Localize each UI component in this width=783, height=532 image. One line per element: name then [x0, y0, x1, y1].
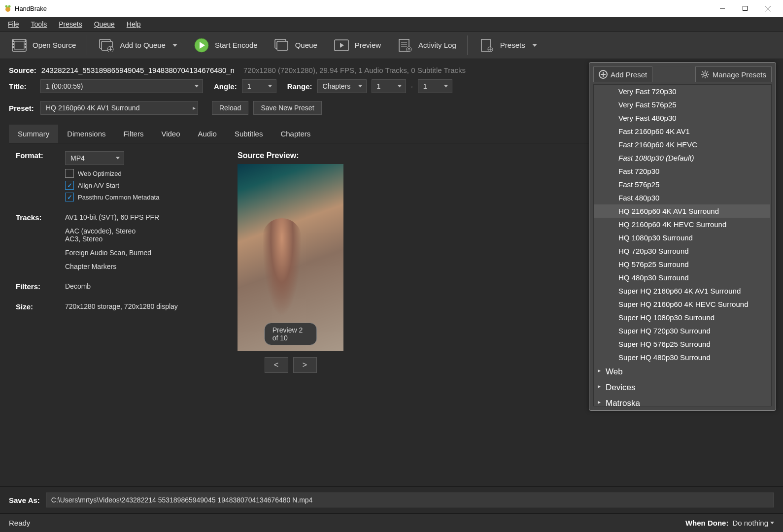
log-icon	[397, 37, 413, 54]
angle-select[interactable]: 1	[242, 79, 276, 93]
preset-item[interactable]: Fast 1080p30 (Default)	[594, 151, 770, 165]
tab-video[interactable]: Video	[152, 125, 189, 143]
close-button[interactable]	[756, 1, 779, 16]
track-line: Chapter Markers	[65, 263, 159, 270]
angle-label: Angle:	[214, 82, 237, 91]
preset-panel: Add Preset Manage Presets Very Fast 720p…	[589, 62, 776, 411]
preset-item[interactable]: Super HQ 576p25 Surround	[594, 337, 770, 351]
preset-item[interactable]: Super HQ 1080p30 Surround	[594, 311, 770, 324]
preset-item[interactable]: HQ 1080p30 Surround	[594, 231, 770, 244]
preset-item[interactable]: Fast 2160p60 4K HEVC	[594, 138, 770, 151]
size-label: Size:	[16, 302, 65, 311]
titlebar: HandBrake	[0, 0, 783, 17]
save-as-input[interactable]	[46, 493, 774, 507]
preset-item[interactable]: HQ 720p30 Surround	[594, 244, 770, 258]
menu-presets[interactable]: Presets	[54, 18, 87, 30]
preset-item[interactable]: HQ 2160p60 4K AV1 Surround	[594, 204, 770, 218]
tab-filters[interactable]: Filters	[115, 125, 153, 143]
start-encode-button[interactable]: Start Encode	[186, 35, 265, 56]
preset-item[interactable]: HQ 2160p60 4K HEVC Surround	[594, 218, 770, 231]
start-encode-label: Start Encode	[215, 41, 258, 49]
source-meta: 720x1280 (720x1280), 29.94 FPS, 1 Audio …	[243, 66, 466, 74]
reload-button[interactable]: Reload	[212, 101, 248, 115]
menu-file[interactable]: File	[3, 18, 24, 30]
minimize-button[interactable]	[711, 1, 734, 16]
preset-list[interactable]: Very Fast 720p30Very Fast 576p25Very Fas…	[593, 84, 772, 406]
tab-audio[interactable]: Audio	[189, 125, 226, 143]
open-source-button[interactable]: Open Source	[4, 35, 83, 56]
preset-item[interactable]: Very Fast 576p25	[594, 98, 770, 111]
web-optimized-check[interactable]: Web Optimized	[65, 169, 223, 178]
svg-rect-8	[14, 41, 24, 49]
preset-item[interactable]: HQ 480p30 Surround	[594, 271, 770, 284]
main-content: Source: 243282214_553189865949045_194838…	[0, 59, 783, 486]
preview-prev-button[interactable]: <	[265, 357, 288, 373]
tab-summary[interactable]: Summary	[9, 125, 58, 143]
preset-group[interactable]: Devices	[594, 380, 770, 396]
preset-group[interactable]: Matroska	[594, 396, 770, 406]
preset-item[interactable]: Fast 2160p60 4K AV1	[594, 125, 770, 138]
queue-button[interactable]: Queue	[267, 35, 324, 56]
preset-item[interactable]: Super HQ 720p30 Surround	[594, 324, 770, 337]
preset-item[interactable]: Super HQ 2160p60 4K AV1 Surround	[594, 284, 770, 298]
svg-point-1	[5, 5, 8, 8]
chevron-down-icon	[532, 44, 537, 47]
svg-rect-22	[277, 41, 288, 50]
statusbar: Ready When Done: Do nothing	[0, 513, 783, 532]
align-av-check[interactable]: ✓Align A/V Start	[65, 181, 223, 190]
preset-item[interactable]: Super HQ 480p30 Surround	[594, 351, 770, 364]
chevron-down-icon	[770, 522, 774, 524]
preview-badge: Preview 2 of 10	[264, 323, 317, 345]
app-icon	[4, 4, 12, 12]
tab-subtitles[interactable]: Subtitles	[226, 125, 272, 143]
preset-item[interactable]: Very Fast 480p30	[594, 111, 770, 125]
preset-item[interactable]: Fast 720p30	[594, 165, 770, 178]
presets-label: Presets	[500, 41, 525, 49]
menu-help[interactable]: Help	[122, 18, 146, 30]
preview-next-button[interactable]: >	[293, 357, 317, 373]
title-label: Title:	[9, 82, 35, 91]
presets-icon	[478, 37, 495, 54]
when-done-label: When Done:	[685, 519, 729, 527]
preview-title: Source Preview:	[238, 151, 343, 160]
svg-point-35	[704, 73, 707, 76]
svg-point-28	[407, 47, 411, 52]
when-done-select[interactable]: Do nothing	[732, 519, 774, 527]
manage-presets-button[interactable]: Manage Presets	[695, 66, 772, 82]
menu-queue[interactable]: Queue	[89, 18, 120, 30]
app-title: HandBrake	[15, 5, 47, 12]
range-from-select[interactable]: 1	[372, 79, 406, 93]
add-to-queue-button[interactable]: Add to Queue	[91, 35, 184, 56]
queue-label: Queue	[295, 41, 317, 49]
play-icon	[193, 37, 210, 54]
preset-select[interactable]: HQ 2160p60 4K AV1 Surround	[40, 101, 198, 115]
range-type-select[interactable]: Chapters	[317, 79, 367, 93]
preview-button[interactable]: Preview	[326, 35, 388, 56]
activity-log-label: Activity Log	[418, 41, 456, 49]
preset-item[interactable]: HQ 576p25 Surround	[594, 258, 770, 271]
range-to-select[interactable]: 1	[418, 79, 452, 93]
maximize-button[interactable]	[734, 1, 756, 16]
preset-group[interactable]: Web	[594, 364, 770, 380]
menu-tools[interactable]: Tools	[26, 18, 52, 30]
add-preset-button[interactable]: Add Preset	[593, 66, 652, 82]
svg-line-42	[702, 76, 704, 78]
tab-dimensions[interactable]: Dimensions	[58, 125, 114, 143]
presets-button[interactable]: Presets	[472, 35, 544, 56]
preset-item[interactable]: Fast 480p30	[594, 191, 770, 204]
toolbar: Open Source Add to Queue Start Encode Qu…	[0, 32, 783, 59]
tab-chapters[interactable]: Chapters	[272, 125, 319, 143]
track-line: Foreign Audio Scan, Burned	[65, 249, 159, 257]
save-new-preset-button[interactable]: Save New Preset	[253, 101, 321, 115]
queue-icon	[273, 37, 290, 54]
preset-item[interactable]: Fast 576p25	[594, 178, 770, 191]
source-file: 243282214_553189865949045_19483807041346…	[41, 66, 235, 74]
svg-line-43	[707, 71, 708, 73]
preset-item[interactable]: Super HQ 2160p60 4K HEVC Surround	[594, 298, 770, 311]
chevron-down-icon	[172, 44, 177, 47]
format-select[interactable]: MP4	[65, 151, 124, 165]
activity-log-button[interactable]: Activity Log	[390, 35, 463, 56]
title-select[interactable]: 1 (00:00:59)	[40, 79, 203, 93]
passthru-check[interactable]: ✓Passthru Common Metadata	[65, 193, 223, 201]
preset-item[interactable]: Very Fast 720p30	[594, 85, 770, 98]
